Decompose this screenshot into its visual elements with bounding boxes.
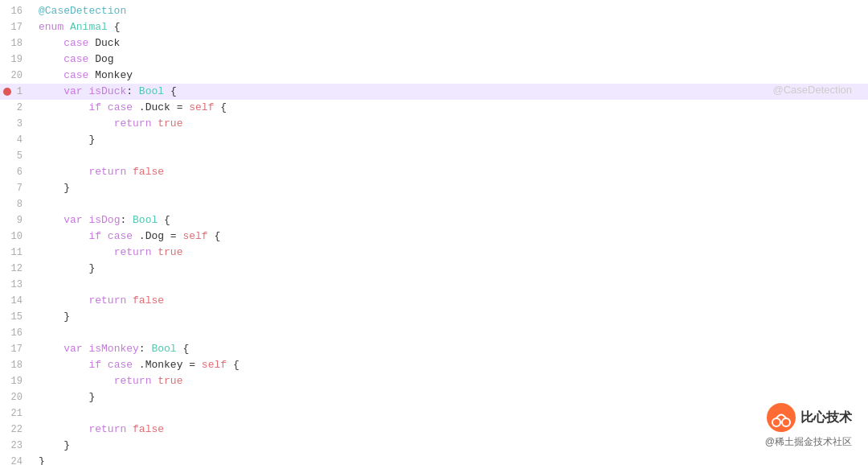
line-code: return false (32, 164, 868, 180)
code-token: : (120, 214, 133, 226)
line-number: 20 (0, 68, 32, 84)
site-label: @稀土掘金技术社区 (765, 435, 852, 449)
bottom-watermark: 比心技术 @稀土掘金技术社区 (765, 403, 852, 449)
code-token: return (114, 117, 158, 130)
code-token: return (114, 246, 158, 258)
code-line: 18 case Duck (0, 35, 868, 51)
code-token: return (88, 423, 133, 435)
line-code: } (32, 132, 868, 148)
code-token: } (39, 182, 70, 194)
logo-text: 比心技术 (800, 409, 852, 426)
code-token: Bool (139, 85, 164, 97)
line-number: 16 (0, 325, 32, 341)
code-token: Duck (95, 37, 120, 49)
code-token (39, 375, 114, 387)
code-line: 12 } (0, 261, 868, 277)
code-line: 20 } (0, 389, 868, 405)
line-code: } (32, 180, 868, 196)
code-token: return (88, 166, 133, 178)
line-code: case Dog (32, 51, 868, 68)
code-token (39, 246, 114, 258)
line-number: 24 (0, 454, 32, 465)
code-line: 16 (0, 325, 868, 341)
code-token (39, 359, 88, 371)
code-line: 16@CaseDetection (0, 3, 868, 19)
line-number: 11 (0, 245, 32, 261)
code-token: var (63, 214, 88, 226)
code-token (39, 294, 88, 307)
line-number: 16 (0, 3, 32, 19)
code-line: 15 } (0, 309, 868, 325)
breakpoint-indicator (3, 88, 11, 96)
line-number: 22 (0, 422, 32, 438)
code-line: 17 var isMonkey: Bool { (0, 341, 868, 357)
code-token: = (164, 230, 182, 242)
code-token: if case (88, 230, 133, 242)
code-token: isDuck (88, 85, 126, 97)
code-line: 17enum Animal { (0, 19, 868, 35)
svg-point-0 (772, 418, 780, 426)
code-token: return (88, 294, 133, 307)
line-number: 10 (0, 228, 32, 245)
line-code: var isDog: Bool { (32, 212, 868, 228)
code-token: Bool (151, 343, 176, 355)
line-code: var isMonkey: Bool { (32, 341, 868, 357)
code-line: 10 if case .Dog = self { (0, 228, 868, 245)
line-number: 17 (0, 341, 32, 357)
code-token: } (39, 134, 95, 146)
code-token (39, 343, 63, 355)
code-token (39, 214, 63, 226)
code-token: : (126, 85, 139, 97)
line-code: } (32, 261, 868, 277)
line-number: 12 (0, 261, 32, 277)
line-code: enum Animal { (32, 19, 868, 35)
code-line: 8 (0, 196, 868, 212)
code-token: true (158, 117, 182, 130)
line-number: 17 (0, 19, 32, 35)
code-token: @CaseDetection (39, 5, 126, 17)
code-token: { (158, 214, 170, 226)
line-code: return true (32, 373, 868, 389)
code-token (39, 166, 88, 178)
line-code: case Monkey (32, 68, 868, 84)
code-line: 3 return true (0, 116, 868, 132)
line-code: } (32, 389, 868, 405)
code-token: false (133, 294, 164, 307)
code-token: Monkey (95, 69, 133, 81)
line-code: @CaseDetection (32, 3, 868, 19)
code-token: if case (88, 359, 133, 371)
code-line: 22 return false (0, 422, 868, 438)
code-token (39, 423, 88, 435)
code-token: } (39, 391, 95, 403)
code-line: 20 case Monkey (0, 68, 868, 84)
line-number: 19 (0, 51, 32, 68)
code-token: isDog (88, 214, 120, 226)
code-line: 18 if case .Monkey = self { (0, 357, 868, 373)
line-number: 19 (0, 373, 32, 389)
line-number: 4 (0, 132, 32, 148)
line-code: if case .Duck = self { (32, 100, 868, 116)
line-number: 9 (0, 212, 32, 228)
line-code: return true (32, 116, 868, 132)
logo-container: 比心技术 (767, 403, 852, 432)
code-token: false (133, 423, 164, 435)
code-line: 13 (0, 277, 868, 293)
logo-icon (767, 403, 796, 432)
code-token: . (133, 359, 145, 371)
line-number: 2 (0, 100, 32, 116)
code-token: . (133, 230, 145, 242)
line-number: 23 (0, 438, 32, 454)
code-token: return (114, 375, 158, 387)
code-token: false (133, 166, 164, 178)
svg-point-1 (782, 418, 790, 426)
code-token: true (158, 246, 182, 258)
line-code: case Duck (32, 35, 868, 51)
line-number: 6 (0, 164, 32, 180)
code-token: true (158, 375, 182, 387)
line-code: if case .Monkey = self { (32, 357, 868, 373)
line-number: 7 (0, 180, 32, 196)
code-token (39, 101, 88, 113)
code-token: { (164, 85, 177, 97)
code-token: = (182, 359, 201, 371)
code-line: 11 return true (0, 245, 868, 261)
